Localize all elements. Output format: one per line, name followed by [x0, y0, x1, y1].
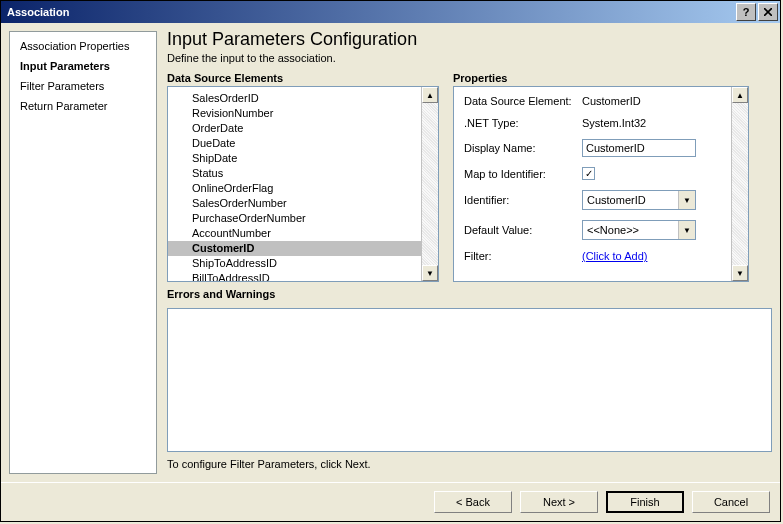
properties-panel: ▲ ▼ Data Source Element: CustomerID .NET… [453, 86, 749, 282]
errors-heading: Errors and Warnings [167, 288, 772, 300]
help-button[interactable]: ? [736, 3, 756, 21]
wizard-footer: < Back Next > Finish Cancel [1, 482, 780, 521]
nav-item-input-parameters[interactable]: Input Parameters [20, 60, 146, 72]
nettype-value: System.Int32 [582, 117, 646, 129]
finish-button[interactable]: Finish [606, 491, 684, 513]
errors-box [167, 308, 772, 452]
list-item-selected[interactable]: CustomerID [168, 241, 422, 256]
dse-label: Data Source Element: [464, 95, 582, 107]
default-value-label: Default Value: [464, 224, 582, 236]
default-value-dropdown[interactable]: <<None>> ▼ [582, 220, 696, 240]
list-item[interactable]: BillToAddressID [192, 271, 422, 281]
display-name-input[interactable] [582, 139, 696, 157]
list-item[interactable]: AccountNumber [192, 226, 422, 241]
list-item[interactable]: DueDate [192, 136, 422, 151]
display-name-label: Display Name: [464, 142, 582, 154]
list-item[interactable]: ShipDate [192, 151, 422, 166]
map-to-identifier-label: Map to Identifier: [464, 168, 582, 180]
nav-item-association-properties[interactable]: Association Properties [20, 40, 146, 52]
props-scrollbar[interactable]: ▲ ▼ [731, 87, 748, 281]
default-value-value: <<None>> [583, 224, 678, 236]
list-item[interactable]: PurchaseOrderNumber [192, 211, 422, 226]
dse-listbox[interactable]: SalesOrderID RevisionNumber OrderDate Du… [167, 86, 439, 282]
list-item[interactable]: Status [192, 166, 422, 181]
list-item[interactable]: SalesOrderID [192, 91, 422, 106]
back-button[interactable]: < Back [434, 491, 512, 513]
chevron-down-icon[interactable]: ▼ [678, 191, 695, 209]
properties-heading: Properties [453, 72, 749, 84]
cancel-button[interactable]: Cancel [692, 491, 770, 513]
identifier-label: Identifier: [464, 194, 582, 206]
nav-item-return-parameter[interactable]: Return Parameter [20, 100, 146, 112]
map-to-identifier-checkbox[interactable]: ✓ [582, 167, 595, 180]
nettype-label: .NET Type: [464, 117, 582, 129]
scroll-up-icon[interactable]: ▲ [732, 87, 748, 103]
next-button[interactable]: Next > [520, 491, 598, 513]
filter-label: Filter: [464, 250, 582, 262]
filter-add-link[interactable]: (Click to Add) [582, 250, 647, 262]
nav-item-filter-parameters[interactable]: Filter Parameters [20, 80, 146, 92]
chevron-down-icon[interactable]: ▼ [678, 221, 695, 239]
list-item[interactable]: ShipToAddressID [192, 256, 422, 271]
list-item[interactable]: OrderDate [192, 121, 422, 136]
scroll-up-icon[interactable]: ▲ [422, 87, 438, 103]
page-subtitle: Define the input to the association. [167, 52, 772, 64]
dse-scrollbar[interactable]: ▲ ▼ [421, 87, 438, 281]
identifier-dropdown[interactable]: CustomerID ▼ [582, 190, 696, 210]
scroll-down-icon[interactable]: ▼ [732, 265, 748, 281]
dse-heading: Data Source Elements [167, 72, 439, 84]
list-item[interactable]: SalesOrderNumber [192, 196, 422, 211]
dse-value: CustomerID [582, 95, 641, 107]
hint-text: To configure Filter Parameters, click Ne… [167, 458, 772, 470]
window-title: Association [7, 6, 69, 18]
close-button[interactable] [758, 3, 778, 21]
page-title: Input Parameters Configuration [167, 29, 772, 50]
wizard-nav: Association Properties Input Parameters … [9, 31, 157, 474]
list-item[interactable]: OnlineOrderFlag [192, 181, 422, 196]
identifier-value: CustomerID [583, 194, 678, 206]
list-item[interactable]: RevisionNumber [192, 106, 422, 121]
scroll-down-icon[interactable]: ▼ [422, 265, 438, 281]
titlebar: Association ? [1, 1, 780, 23]
